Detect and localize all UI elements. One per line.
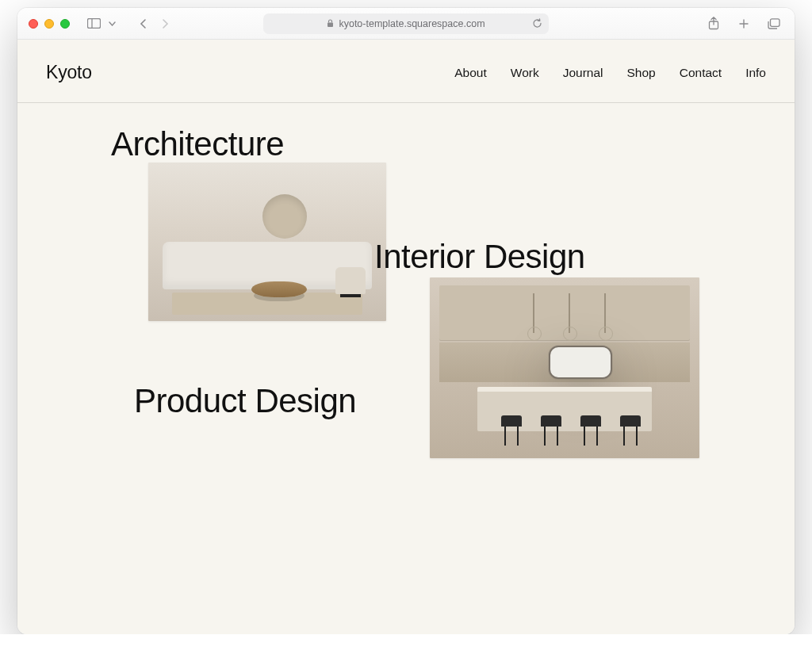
nav-journal[interactable]: Journal bbox=[563, 66, 603, 80]
nav-about[interactable]: About bbox=[454, 66, 487, 80]
svg-rect-2 bbox=[327, 23, 333, 28]
nav-shop[interactable]: Shop bbox=[627, 66, 656, 80]
new-tab-icon[interactable] bbox=[734, 14, 753, 33]
browser-window: kyoto-template.squarespace.com Kyoto Abo… bbox=[17, 8, 795, 634]
site-logo[interactable]: Kyoto bbox=[46, 62, 92, 83]
svg-rect-0 bbox=[87, 19, 100, 29]
fullscreen-window-button[interactable] bbox=[60, 19, 70, 29]
forward-button[interactable] bbox=[155, 14, 174, 33]
site-header: Kyoto About Work Journal Shop Contact In… bbox=[17, 40, 795, 103]
window-controls bbox=[29, 19, 70, 29]
sidebar-toggle-icon[interactable] bbox=[84, 14, 103, 33]
close-window-button[interactable] bbox=[29, 19, 38, 29]
chevron-down-icon[interactable] bbox=[106, 14, 117, 33]
hero-image-living-room bbox=[148, 163, 386, 321]
back-button[interactable] bbox=[133, 14, 152, 33]
nav-work[interactable]: Work bbox=[511, 66, 539, 80]
hero-link-interior-design[interactable]: Interior Design bbox=[374, 238, 585, 276]
address-bar[interactable]: kyoto-template.squarespace.com bbox=[263, 13, 549, 34]
hero-link-product-design[interactable]: Product Design bbox=[134, 382, 356, 420]
url-text: kyoto-template.squarespace.com bbox=[339, 18, 485, 29]
hero-image-kitchen bbox=[430, 277, 699, 458]
main-nav: About Work Journal Shop Contact Info bbox=[454, 66, 766, 80]
reload-icon[interactable] bbox=[532, 18, 542, 29]
hero-section: Architecture Interior Design Product Des… bbox=[17, 103, 795, 595]
page-content: Kyoto About Work Journal Shop Contact In… bbox=[17, 40, 795, 634]
titlebar: kyoto-template.squarespace.com bbox=[17, 8, 795, 40]
svg-rect-4 bbox=[771, 18, 780, 26]
lock-icon bbox=[327, 19, 334, 28]
nav-info[interactable]: Info bbox=[745, 66, 766, 80]
nav-contact[interactable]: Contact bbox=[680, 66, 722, 80]
share-icon[interactable] bbox=[704, 14, 723, 33]
tabs-overview-icon[interactable] bbox=[764, 14, 783, 33]
minimize-window-button[interactable] bbox=[44, 19, 54, 29]
hero-link-architecture[interactable]: Architecture bbox=[111, 125, 284, 163]
